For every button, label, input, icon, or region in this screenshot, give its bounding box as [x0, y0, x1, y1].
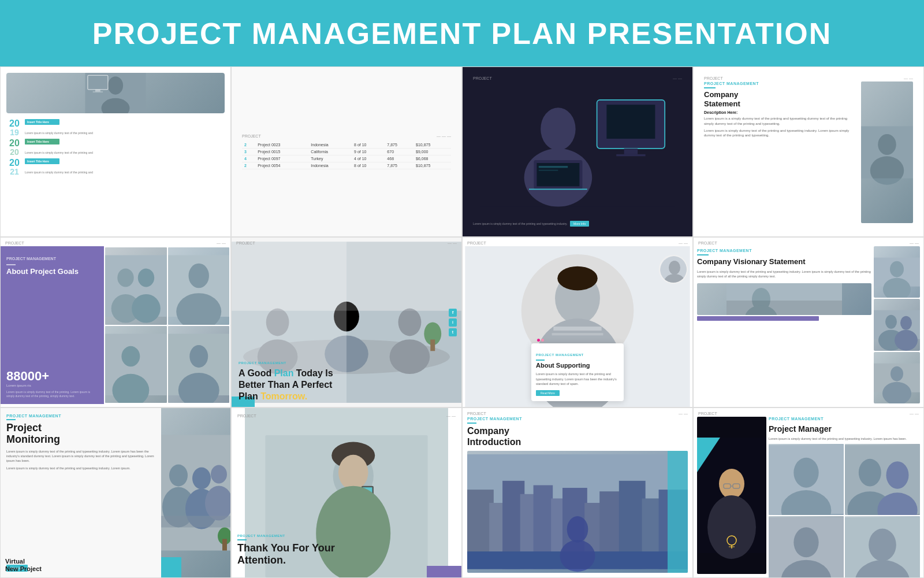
- team-photo-1: [105, 247, 166, 325]
- mosaic-photo-1: [874, 246, 920, 298]
- svg-point-80: [211, 465, 227, 484]
- slide-r2c4: Project — — Project Management Company V…: [693, 237, 924, 407]
- year-sub-3: 21: [10, 168, 19, 176]
- svg-point-56: [557, 266, 598, 291]
- svg-point-73: [891, 366, 903, 381]
- svg-point-68: [885, 315, 897, 329]
- manager-dark-photo: [697, 417, 766, 574]
- svg-point-128: [859, 459, 881, 487]
- team-photo-2: [168, 247, 229, 325]
- slide-r3c3: Project — — Project Management CompanyIn…: [462, 407, 693, 578]
- purple-accent-r2c4: [697, 316, 819, 321]
- manager-photo-3: [769, 516, 844, 578]
- project-label-r2c2: Project: [236, 241, 255, 245]
- year-title-1: Insert Title Here: [27, 120, 49, 124]
- svg-point-76: [169, 465, 188, 487]
- year-desc-3: Lorem ipsum is simply dummy text of the …: [25, 171, 93, 174]
- slide-r3c1: Project Management ProjectMonitoring Lor…: [0, 407, 231, 578]
- slides-container: 20 19 Insert Title Here Lorem ipsum is s…: [0, 66, 924, 578]
- cell-v2: $9,000: [413, 149, 451, 155]
- slide-r2c2: Project — —: [231, 237, 462, 407]
- svg-rect-55: [552, 333, 603, 335]
- project-label-r1c3: Project: [473, 76, 492, 80]
- svg-point-27: [132, 294, 161, 323]
- year-num-1: 20: [9, 119, 20, 128]
- svg-rect-9: [606, 105, 655, 139]
- monitoring-desc2: Lorem ipsum is simply dummy text of the …: [6, 466, 155, 470]
- team-photo-4: [168, 326, 229, 403]
- cell-name: Project 0097: [255, 155, 308, 162]
- slide-r3c4: Project — —: [693, 407, 924, 578]
- thank-you-title: Thank You For YourAttention.: [237, 542, 456, 567]
- mosaic-photo-2: [874, 299, 920, 350]
- year-items: 20 19 Insert Title Here Lorem ipsum is s…: [6, 119, 225, 176]
- svg-rect-18: [539, 170, 558, 171]
- manager-photo-1: [769, 444, 844, 515]
- svg-rect-82: [161, 516, 230, 528]
- visionary-title: Company Visionary Statement: [697, 257, 871, 266]
- svg-point-71: [895, 330, 918, 351]
- year-title-3: Insert Title Here: [27, 160, 49, 163]
- instagram-icon: i: [449, 318, 457, 327]
- slide-r1c3: Project — —: [462, 66, 693, 237]
- pm-tag-r2c2: Project Management: [239, 361, 454, 365]
- slide-r1c3-desc: Lorem ipsum is simply dummy text of the …: [473, 222, 568, 225]
- svg-point-12: [541, 108, 575, 150]
- project-label-r1c2: Project: [242, 134, 261, 138]
- pm-tag-support-card: Project Management: [536, 353, 584, 357]
- year-item-3: 20 21 Insert Title Here Lorem ipsum is s…: [6, 158, 225, 176]
- slide-r3c2: Project — — Project Management Thank You…: [231, 407, 462, 578]
- svg-point-78: [192, 468, 211, 490]
- manager-desc: Lorem ipsum is simply dummy text of the …: [769, 436, 920, 441]
- cell-score: 8 of 10: [352, 142, 385, 149]
- project-manager-title: Project Manager: [769, 424, 920, 434]
- cell-loc: Indonesia: [308, 162, 352, 169]
- svg-point-65: [890, 261, 904, 277]
- mosaic-photo-3: [874, 352, 920, 403]
- teal-accent-r3c1: [161, 557, 181, 577]
- year-sub-1: 19: [10, 128, 19, 136]
- cell-num: 4: [242, 155, 255, 162]
- project-label-r1c4: Project: [704, 76, 723, 80]
- svg-rect-84: [222, 539, 227, 551]
- project-label-r2c4: Project: [698, 241, 717, 245]
- person-photo-r1c4: [861, 81, 913, 223]
- read-more-btn[interactable]: Read More: [536, 390, 560, 396]
- project-label-r2c1: Project: [5, 241, 24, 245]
- facebook-icon: f: [449, 309, 457, 317]
- slide-r1c2: Project — — — 2 Project 0023 Indonesia 8…: [231, 66, 462, 237]
- svg-rect-113: [467, 454, 688, 569]
- table-row: 2 Project 0023 Indonesia 8 of 10 7,875 $…: [242, 142, 451, 149]
- pm-tag-r1c4: Project Management: [704, 81, 858, 86]
- visionary-photo-wide: [697, 283, 871, 315]
- svg-rect-3: [85, 73, 146, 113]
- team-photo-3: [105, 326, 166, 403]
- twitter-icon: t: [449, 328, 457, 336]
- pm-tag-r3c1: Project Management: [6, 414, 155, 418]
- svg-rect-22: [861, 127, 913, 179]
- year-item-2: 20 20 Insert Title Here Lorem ipsum is s…: [6, 139, 225, 156]
- cell-name: Project 0023: [255, 142, 308, 149]
- year-desc-1: Lorem ipsum is simply dummy text of the …: [25, 131, 93, 135]
- svg-rect-54: [553, 327, 601, 331]
- cell-v1: 468: [385, 155, 413, 162]
- slide-r2c3: Project — —: [462, 237, 693, 407]
- table-row: 3 Project 0015 California 9 of 10 670 $9…: [242, 149, 451, 155]
- cell-score: 8 of 10: [352, 162, 385, 169]
- pm-tag-r3c4: Project Management: [769, 417, 920, 421]
- year-num-2: 20: [9, 139, 20, 148]
- svg-rect-63: [726, 301, 842, 315]
- year-desc-2: Lorem ipsum is simply dummy text of the …: [25, 151, 93, 154]
- year-sub-2: 20: [10, 148, 19, 156]
- header: PROJECT MANAGEMENT PLAN PRESENTATION: [0, 0, 924, 66]
- more-info-btn-r1c3[interactable]: More Info: [570, 221, 589, 227]
- social-icons-r2c2: f i t: [449, 309, 457, 336]
- svg-point-32: [121, 346, 140, 366]
- cell-v1: 7,875: [385, 142, 413, 149]
- table-row: 4 Project 0097 Turkey 4 of 10 468 $6,068: [242, 155, 451, 162]
- pm-tag-r2c4: Project Management: [697, 249, 871, 253]
- about-supporting-title: About Supporting: [536, 362, 619, 369]
- project-goals-desc: Lorem ipsum is simply dummy text of the …: [6, 390, 98, 398]
- svg-rect-11: [616, 154, 645, 156]
- svg-rect-5: [95, 90, 100, 92]
